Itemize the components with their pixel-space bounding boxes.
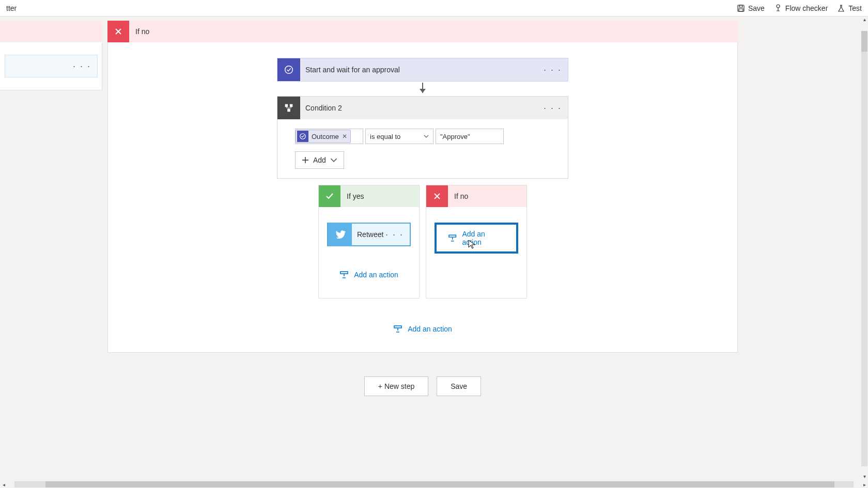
chevron-down-icon bbox=[424, 134, 429, 139]
condition-value-input[interactable] bbox=[436, 129, 504, 144]
svg-rect-5 bbox=[285, 104, 288, 107]
operator-label: is equal to bbox=[370, 133, 400, 140]
condition-title: Condition 2 bbox=[300, 104, 544, 112]
scroll-thumb[interactable] bbox=[861, 31, 867, 52]
approval-title: Start and wait for an approval bbox=[300, 66, 544, 74]
main-if-no-branch: If no Start and wait for an approval · ·… bbox=[107, 21, 738, 396]
vertical-scrollbar[interactable]: ▴ ▾ bbox=[861, 17, 868, 481]
approval-icon bbox=[297, 131, 308, 142]
svg-rect-11 bbox=[394, 326, 401, 328]
chevron-down-icon bbox=[330, 156, 337, 164]
twitter-icon bbox=[328, 223, 352, 246]
add-action-yes[interactable]: Add an action bbox=[333, 267, 405, 282]
svg-rect-2 bbox=[739, 9, 743, 11]
add-action-bottom[interactable]: Add an action bbox=[387, 321, 458, 337]
operator-select[interactable]: is equal to bbox=[365, 129, 433, 144]
add-condition-button[interactable]: Add bbox=[295, 151, 344, 169]
more-icon[interactable]: · · · bbox=[385, 229, 410, 240]
scroll-thumb[interactable] bbox=[45, 481, 834, 487]
condition-left-operand[interactable]: Outcome ✕ bbox=[295, 129, 363, 144]
if-no-label: If no bbox=[448, 192, 468, 200]
add-action-label: Add an action bbox=[408, 325, 452, 333]
svg-rect-1 bbox=[739, 5, 742, 7]
flow-checker-icon bbox=[774, 4, 782, 12]
add-action-icon bbox=[393, 324, 402, 334]
test-button[interactable]: Test bbox=[837, 4, 862, 12]
if-yes-label: If yes bbox=[340, 192, 364, 200]
scroll-up-icon[interactable]: ▴ bbox=[863, 17, 866, 24]
x-icon bbox=[107, 21, 129, 42]
if-yes-body: Retweet · · · Add an action bbox=[319, 207, 419, 298]
if-yes-branch: If yes Retweet · · · Add an action bbox=[318, 185, 420, 298]
condition-row: Outcome ✕ is equal to bbox=[295, 129, 504, 144]
main-body: Start and wait for an approval · · · Con… bbox=[107, 42, 738, 353]
condition-icon bbox=[277, 97, 300, 119]
save-label: Save bbox=[748, 4, 765, 12]
flask-icon bbox=[837, 4, 845, 12]
add-label: Add bbox=[313, 156, 326, 164]
flow-checker-button[interactable]: Flow checker bbox=[774, 4, 828, 12]
approval-card[interactable]: Start and wait for an approval · · · bbox=[277, 58, 568, 82]
more-icon[interactable]: · · · bbox=[544, 65, 568, 75]
retweet-card[interactable]: Retweet · · · bbox=[327, 223, 411, 246]
more-icon[interactable]: · · · bbox=[544, 103, 568, 114]
more-icon[interactable]: · · · bbox=[73, 61, 91, 72]
save-flow-button[interactable]: Save bbox=[437, 376, 481, 396]
remove-token-icon[interactable]: ✕ bbox=[342, 133, 347, 140]
add-action-label: Add an action bbox=[354, 271, 398, 279]
left-if-no-branch: · · · bbox=[0, 21, 102, 90]
if-no-body: Add an action bbox=[426, 207, 526, 290]
arrow-down-icon bbox=[422, 83, 423, 93]
if-no-branch: If no Add an action bbox=[426, 185, 527, 298]
condition-card[interactable]: Condition 2 · · · Outcome ✕ bbox=[277, 96, 568, 179]
svg-point-4 bbox=[285, 66, 293, 74]
svg-rect-7 bbox=[287, 109, 290, 112]
new-step-button[interactable]: + New step bbox=[364, 376, 428, 396]
if-yes-header[interactable]: If yes bbox=[319, 185, 419, 207]
save-button[interactable]: Save bbox=[737, 4, 765, 12]
scroll-right-icon[interactable]: ▸ bbox=[861, 482, 868, 487]
check-icon bbox=[319, 185, 340, 207]
horizontal-scrollbar[interactable]: ◂ ▸ bbox=[0, 481, 868, 488]
save-icon bbox=[737, 4, 745, 12]
svg-point-8 bbox=[300, 134, 306, 139]
cursor-icon bbox=[468, 239, 476, 251]
add-action-icon bbox=[339, 270, 349, 279]
top-toolbar: tter Save Flow checker Test bbox=[0, 0, 868, 17]
x-icon bbox=[426, 185, 448, 207]
footer-buttons: + New step Save bbox=[107, 376, 738, 396]
svg-rect-10 bbox=[449, 235, 456, 237]
scroll-left-icon[interactable]: ◂ bbox=[0, 482, 7, 487]
condition-body: Outcome ✕ is equal to bbox=[277, 119, 568, 178]
add-action-icon bbox=[448, 233, 457, 243]
add-action-no[interactable]: Add an action bbox=[435, 223, 518, 254]
branches-row: If yes Retweet · · · Add an action bbox=[306, 185, 539, 298]
if-no-header[interactable]: If no bbox=[426, 185, 526, 207]
outcome-token[interactable]: Outcome ✕ bbox=[296, 130, 351, 143]
retweet-title: Retweet bbox=[352, 230, 385, 239]
main-if-no-label: If no bbox=[129, 27, 149, 36]
main-if-no-header[interactable]: If no bbox=[107, 21, 738, 42]
approval-icon bbox=[277, 58, 300, 81]
left-if-no-header[interactable] bbox=[0, 21, 102, 42]
flow-checker-label: Flow checker bbox=[785, 4, 828, 12]
test-label: Test bbox=[848, 4, 862, 12]
left-branch-body: · · · bbox=[0, 42, 102, 90]
left-collapsed-card[interactable]: · · · bbox=[5, 55, 98, 77]
token-label: Outcome bbox=[312, 133, 339, 140]
flow-column: Start and wait for an approval · · · Con… bbox=[108, 58, 737, 337]
scroll-down-icon[interactable]: ▾ bbox=[863, 474, 866, 481]
breadcrumb-tail: tter bbox=[6, 4, 17, 12]
bottom-add-action-row: Add an action bbox=[387, 321, 458, 337]
svg-point-3 bbox=[777, 5, 780, 8]
plus-icon bbox=[302, 156, 309, 164]
svg-rect-6 bbox=[290, 104, 293, 107]
designer-canvas[interactable]: · · · If no Start and wait for an approv… bbox=[0, 17, 868, 474]
svg-rect-9 bbox=[340, 272, 348, 274]
toolbar-right: Save Flow checker Test bbox=[737, 4, 862, 12]
